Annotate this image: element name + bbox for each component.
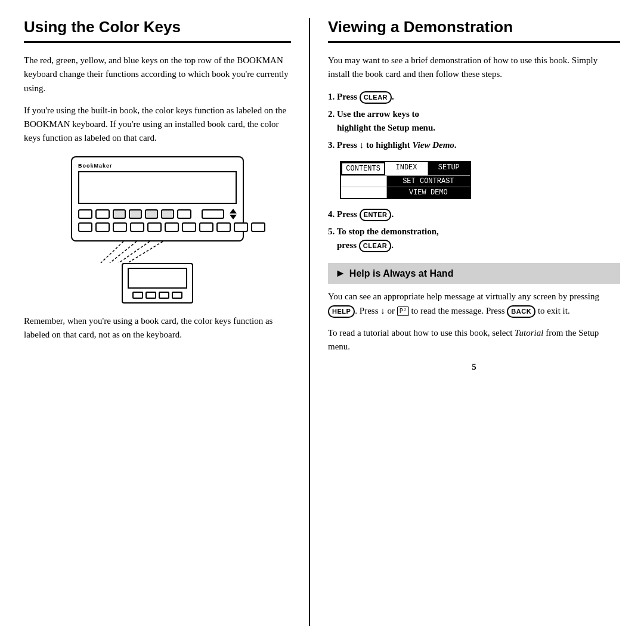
small-key1 <box>132 292 143 299</box>
pgdn-icon: Pᴶ <box>397 306 409 316</box>
menu-cell-empty2 <box>341 187 387 198</box>
steps-list: 1. Press CLEAR. 2. Use the arrow keys to… <box>328 90 620 153</box>
arrow-up-icon <box>230 209 237 213</box>
step-3: 3. Press ↓ to highlight View Demo. <box>328 138 620 152</box>
bkey10 <box>234 222 248 232</box>
key3 <box>177 209 191 219</box>
menu-row-3: VIEW DEMO <box>341 187 470 198</box>
page-number: 5 <box>328 362 620 372</box>
bkey1 <box>78 222 92 232</box>
steps-list-2: 4. Press ENTER. 5. To stop the demonstra… <box>328 208 620 253</box>
left-column: Using the Color Keys The red, green, yel… <box>24 18 310 626</box>
help-title: Help is Always at Hand <box>349 268 454 279</box>
device-row1 <box>78 209 237 219</box>
key2 <box>95 209 110 219</box>
help-para2: To read a tutorial about how to use this… <box>328 326 620 354</box>
arrow-down-icon <box>230 215 237 219</box>
left-para1: The red, green, yellow, and blue keys on… <box>24 54 291 95</box>
step-2: 2. Use the arrow keys to highlight the S… <box>328 107 620 135</box>
key1 <box>78 209 92 219</box>
menu-cell-empty1 <box>341 176 387 187</box>
right-divider <box>328 41 620 43</box>
bkey11 <box>251 222 265 232</box>
key-yellow <box>145 209 158 219</box>
svg-line-0 <box>101 242 123 263</box>
bkey6 <box>165 222 179 232</box>
menu-cell-index: INDEX <box>385 162 428 175</box>
step4-text: 4. Press ENTER. <box>328 209 394 219</box>
step3-text: 3. Press ↓ to highlight View Demo. <box>328 140 457 150</box>
help-para1: You can see an appropriate help message … <box>328 290 620 318</box>
bkey5 <box>147 222 162 232</box>
small-device-keys <box>128 292 187 299</box>
menu-cell-contents: CONTENTS <box>341 162 385 175</box>
connector <box>71 242 244 263</box>
left-para2: If you're using the built-in book, the c… <box>24 104 291 145</box>
menu-cell-setup: SETUP <box>428 162 470 175</box>
small-key3 <box>159 292 169 299</box>
device-illustration: BookMaker <box>24 156 291 304</box>
menu-screenshot: CONTENTS INDEX SETUP SET CONTRAST VIEW D… <box>340 161 471 199</box>
small-device-screen <box>128 268 187 289</box>
bkey2 <box>95 222 110 232</box>
bkey8 <box>199 222 213 232</box>
step2-text: 2. Use the arrow keys to highlight the S… <box>328 109 435 132</box>
menu-cell-contrast: SET CONTRAST <box>387 176 470 187</box>
key-blue <box>161 209 174 219</box>
small-device <box>122 263 193 304</box>
page: Using the Color Keys The red, green, yel… <box>0 0 644 644</box>
menu-row-2: SET CONTRAST <box>341 176 470 187</box>
step1-num: 1. <box>328 92 337 101</box>
enter-btn: ENTER <box>360 209 392 221</box>
small-key4 <box>172 292 182 299</box>
key-green <box>129 209 142 219</box>
device-screen <box>78 171 237 204</box>
bkey3 <box>113 222 127 232</box>
small-key2 <box>145 292 156 299</box>
clear-btn-2: CLEAR <box>359 240 391 252</box>
left-para3: Remember, when you're using a book card,… <box>24 314 291 342</box>
device-outer: BookMaker <box>71 156 244 242</box>
back-btn: BACK <box>507 305 535 318</box>
device-brand: BookMaker <box>78 162 237 169</box>
key-wide <box>202 209 224 219</box>
key-red <box>113 209 126 219</box>
help-arrow-icon: ► <box>335 267 346 280</box>
help-section: ► Help is Always at Hand You can see an … <box>328 263 620 354</box>
arrow-keys <box>230 209 237 219</box>
help-btn: HELP <box>328 305 355 318</box>
bkey9 <box>216 222 231 232</box>
right-intro: You may want to see a brief demonstratio… <box>328 54 620 82</box>
step-4: 4. Press ENTER. <box>328 208 620 221</box>
left-title: Using the Color Keys <box>24 18 291 36</box>
right-column: Viewing a Demonstration You may want to … <box>310 18 620 626</box>
clear-btn-1: CLEAR <box>360 91 392 104</box>
step-5: 5. To stop the demonstration, press CLEA… <box>328 225 620 253</box>
bkey7 <box>182 222 196 232</box>
menu-cell-view-demo: VIEW DEMO <box>387 187 470 198</box>
menu-row-1: CONTENTS INDEX SETUP <box>341 162 470 176</box>
step1-text: Press CLEAR. <box>337 92 394 101</box>
device-row2 <box>78 222 237 232</box>
right-title: Viewing a Demonstration <box>328 18 620 36</box>
step-1: 1. Press CLEAR. <box>328 90 620 104</box>
left-divider <box>24 41 291 43</box>
bkey4 <box>130 222 144 232</box>
help-header: ► Help is Always at Hand <box>328 263 620 284</box>
step5-text: 5. To stop the demonstration, press CLEA… <box>328 227 439 250</box>
